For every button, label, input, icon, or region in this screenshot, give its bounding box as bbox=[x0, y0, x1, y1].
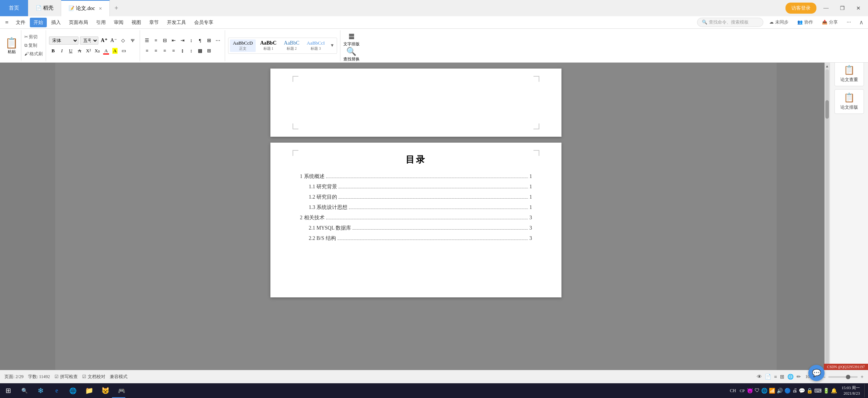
style-h2[interactable]: AaBbC 标题 2 bbox=[281, 39, 302, 52]
scroll-up-arrow[interactable]: ▲ bbox=[825, 63, 829, 69]
tray-icon-3[interactable]: 🌐 bbox=[761, 388, 767, 394]
highlight-button[interactable]: A bbox=[111, 47, 119, 55]
find-replace-button[interactable]: 🔍 查找替换 bbox=[343, 47, 360, 62]
more-button[interactable]: ⋯ bbox=[844, 18, 854, 26]
zoom-slider[interactable] bbox=[828, 376, 858, 378]
view-outline-button[interactable]: ≡ bbox=[774, 374, 777, 380]
style-normal[interactable]: AaBbCcD 正文 bbox=[230, 39, 256, 52]
columns-button[interactable]: ⫿ bbox=[178, 47, 186, 55]
taskbar-app-files[interactable]: 📁 bbox=[81, 384, 97, 397]
sort-button[interactable]: ↕ bbox=[187, 36, 195, 45]
taskbar-search[interactable]: 🔍 bbox=[16, 384, 32, 397]
taskbar-app-game[interactable]: 🎮 bbox=[113, 384, 130, 397]
font-special-button[interactable]: Ψ bbox=[129, 36, 137, 45]
tray-icon-1[interactable]: 😈 bbox=[747, 388, 753, 394]
styles-more-button[interactable]: ▼ bbox=[329, 42, 335, 49]
font-shrink-button[interactable]: A⁻ bbox=[109, 36, 118, 45]
style-h3[interactable]: AaBbCcI 标题 3 bbox=[304, 39, 328, 52]
tab-draft[interactable]: 📄 稻壳 bbox=[28, 0, 61, 16]
taskbar-app-edge[interactable]: 🌐 bbox=[65, 384, 81, 397]
tray-icon-4[interactable]: 📶 bbox=[769, 388, 775, 394]
font-name-select[interactable]: 宋体 bbox=[49, 36, 78, 45]
tray-icon-10[interactable]: ⌨ bbox=[814, 388, 822, 394]
sync-button[interactable]: ☁ 未同步 bbox=[766, 18, 791, 27]
tray-cpu[interactable]: CP bbox=[739, 388, 745, 393]
font-size-select[interactable]: 五号 bbox=[80, 36, 98, 45]
collab-button[interactable]: 👥 协作 bbox=[794, 18, 816, 27]
line-spacing-button[interactable]: ↕ bbox=[187, 47, 195, 55]
menu-section[interactable]: 章节 bbox=[146, 18, 162, 27]
format-painter-button[interactable]: 🖌 格式刷 bbox=[24, 51, 43, 57]
doc-check-button[interactable]: ☑ 文档校对 bbox=[82, 374, 105, 380]
show-desktop-button[interactable] bbox=[864, 384, 867, 397]
minimize-button[interactable]: — bbox=[819, 3, 833, 13]
tray-icon-9[interactable]: 🔒 bbox=[806, 388, 813, 394]
menu-view[interactable]: 视图 bbox=[128, 18, 145, 27]
subscript-button[interactable]: X₂ bbox=[93, 47, 101, 55]
menu-vip[interactable]: 会员专享 bbox=[190, 18, 217, 27]
add-tab-button[interactable]: + bbox=[110, 0, 123, 16]
tab-doc-close[interactable]: ✕ bbox=[99, 6, 102, 11]
decrease-indent-button[interactable]: ⇤ bbox=[169, 36, 178, 45]
restore-button[interactable]: ❐ bbox=[836, 3, 849, 13]
tray-icon-6[interactable]: 🔵 bbox=[784, 388, 791, 394]
paragraph-special-button[interactable]: ⊞ bbox=[205, 36, 213, 45]
menu-start[interactable]: 开始 bbox=[30, 18, 47, 27]
underline-button[interactable]: U bbox=[67, 47, 75, 55]
char-border-button[interactable]: ▭ bbox=[120, 47, 128, 55]
italic-button[interactable]: I bbox=[58, 47, 66, 55]
tray-icon-11[interactable]: 🔋 bbox=[823, 388, 829, 394]
align-right-button[interactable]: ≡ bbox=[161, 47, 169, 55]
zoom-in-button[interactable]: + bbox=[861, 374, 864, 380]
shading-button[interactable]: ▩ bbox=[196, 47, 204, 55]
menu-file[interactable]: 文件 bbox=[12, 18, 29, 27]
copy-button[interactable]: ⧉ 复制 bbox=[24, 42, 37, 49]
tray-icon-12[interactable]: 🔔 bbox=[831, 388, 837, 394]
close-button[interactable]: ✕ bbox=[852, 3, 865, 13]
outline-button[interactable]: ⊟ bbox=[161, 36, 169, 45]
bullets-button[interactable]: ☰ bbox=[143, 36, 151, 45]
increase-indent-button[interactable]: ⇥ bbox=[178, 36, 186, 45]
style-h1[interactable]: AaBbC 标题 1 bbox=[257, 39, 279, 52]
superscript-button[interactable]: X² bbox=[84, 47, 92, 55]
tray-icon-5[interactable]: 🔊 bbox=[777, 388, 783, 394]
chat-button[interactable]: 💬 bbox=[808, 365, 825, 381]
text-layout-button[interactable]: ≣ 文字排版 bbox=[343, 32, 360, 47]
view-web-button[interactable]: 🌐 bbox=[787, 374, 794, 380]
menu-reference[interactable]: 引用 bbox=[92, 18, 109, 27]
menu-page-layout[interactable]: 页面布局 bbox=[65, 18, 92, 27]
view-split-button[interactable]: ⊞ bbox=[780, 374, 784, 380]
align-left-button[interactable]: ≡ bbox=[143, 47, 151, 55]
plagiarism-check-button[interactable]: 📋 论文查重 bbox=[834, 62, 864, 86]
taskbar-app-cat[interactable]: 😺 bbox=[97, 384, 113, 397]
align-justify-button[interactable]: ≡ bbox=[169, 47, 178, 55]
collapse-ribbon-button[interactable]: ∧ bbox=[857, 19, 866, 26]
menu-insert[interactable]: 插入 bbox=[48, 18, 64, 27]
border-button[interactable]: ⊞ bbox=[205, 47, 213, 55]
hamburger-menu[interactable]: ≡ bbox=[2, 18, 11, 27]
login-button[interactable]: 访客登录 bbox=[785, 3, 816, 14]
numbering-button[interactable]: ≡ bbox=[152, 36, 160, 45]
font-grow-button[interactable]: A⁺ bbox=[100, 36, 108, 45]
paste-button[interactable]: 📋 粘贴 bbox=[5, 37, 18, 55]
tray-keyboard[interactable]: CH bbox=[728, 388, 738, 394]
spell-check-button[interactable]: ☑ 拼写检查 bbox=[55, 374, 78, 380]
typeset-button[interactable]: 📋 论文排版 bbox=[834, 89, 864, 114]
menu-devtools[interactable]: 开发工具 bbox=[163, 18, 190, 27]
search-box[interactable]: 🔍 查找命令、搜索模板 bbox=[697, 18, 763, 27]
bold-button[interactable]: B bbox=[49, 47, 57, 55]
tray-icon-2[interactable]: 🛡 bbox=[755, 388, 760, 394]
menu-review[interactable]: 审阅 bbox=[110, 18, 127, 27]
cut-button[interactable]: ✂ 剪切 bbox=[24, 34, 38, 40]
tab-doc[interactable]: 📝 论文.doc ✕ bbox=[61, 0, 110, 16]
align-center-button[interactable]: ≡ bbox=[152, 47, 160, 55]
view-layout-button[interactable]: 📄 bbox=[765, 374, 771, 380]
start-button[interactable]: ⊞ bbox=[0, 384, 16, 397]
share-button[interactable]: 📤 分享 bbox=[819, 18, 841, 27]
font-clear-button[interactable]: ◇ bbox=[119, 36, 127, 45]
tray-icon-8[interactable]: 💬 bbox=[799, 388, 805, 394]
annotation-button[interactable]: ✏ bbox=[797, 374, 801, 380]
vertical-scrollbar[interactable]: ▲ ▼ bbox=[825, 63, 830, 385]
select-button[interactable]: ↖ 选择 bbox=[343, 62, 360, 63]
font-color-a-button[interactable]: A bbox=[102, 47, 110, 55]
